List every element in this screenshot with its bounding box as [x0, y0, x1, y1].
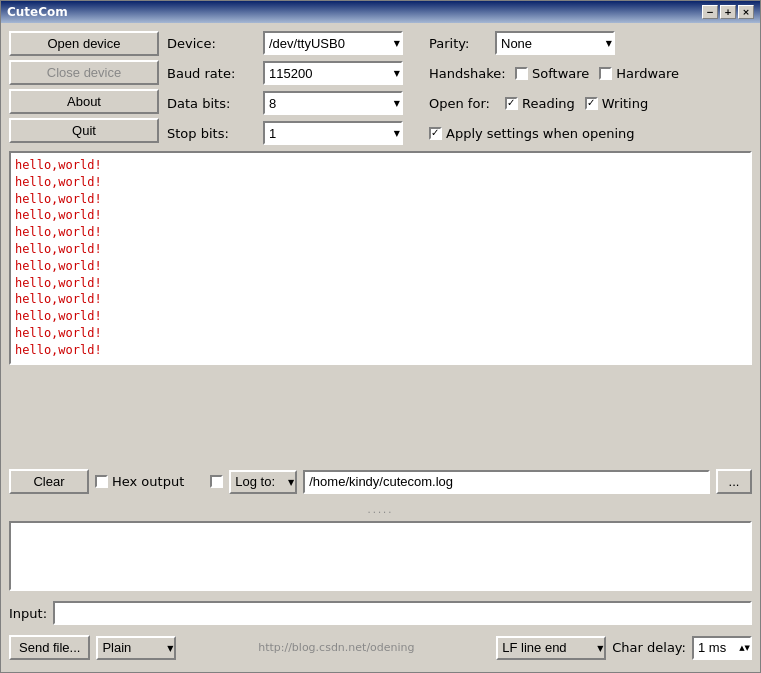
handshake-label: Handshake:: [429, 66, 509, 81]
input-row: Input:: [9, 601, 752, 625]
lf-select-wrapper: LF line end: [496, 636, 606, 660]
device-row: Device: /dev/ttyUSB0 Parity: None: [167, 31, 752, 55]
log-select-wrapper: Log to:: [229, 470, 297, 494]
baud-rate-select-wrapper: 115200: [263, 61, 403, 85]
parity-label: Parity:: [429, 36, 489, 51]
log-select[interactable]: Log to:: [229, 470, 297, 494]
close-button[interactable]: ×: [738, 5, 754, 19]
input-label: Input:: [9, 606, 47, 621]
about-button[interactable]: About: [9, 89, 159, 114]
device-select[interactable]: /dev/ttyUSB0: [263, 31, 403, 55]
stop-bits-select-wrapper: 1: [263, 121, 403, 145]
left-buttons: Open device Close device About Quit: [9, 31, 159, 145]
output-line: hello,world!: [15, 342, 746, 359]
reading-checkbox-label[interactable]: Reading: [505, 96, 575, 111]
char-delay-label: Char delay:: [612, 640, 686, 655]
software-checkbox-label[interactable]: Software: [515, 66, 589, 81]
dotted-divider: .....: [9, 504, 752, 515]
device-select-wrapper: /dev/ttyUSB0: [263, 31, 403, 55]
input-area[interactable]: [9, 521, 752, 591]
stop-bits-row: Stop bits: 1 Apply settings when opening: [167, 121, 752, 145]
hex-output-text: Hex output: [112, 474, 184, 489]
output-line: hello,world!: [15, 275, 746, 292]
command-input[interactable]: [53, 601, 752, 625]
software-label: Software: [532, 66, 589, 81]
close-device-button[interactable]: Close device: [9, 60, 159, 85]
bottom-bar: Clear Hex output Log to: ...: [9, 465, 752, 498]
output-line: hello,world!: [15, 258, 746, 275]
log-path-input[interactable]: [303, 470, 710, 494]
clear-button[interactable]: Clear: [9, 469, 89, 494]
output-line: hello,world!: [15, 241, 746, 258]
top-section: Open device Close device About Quit Devi…: [9, 31, 752, 145]
output-line: hello,world!: [15, 325, 746, 342]
device-label: Device:: [167, 36, 257, 51]
writing-label: Writing: [602, 96, 648, 111]
data-bits-row: Data bits: 8 Open for: Reading Wri: [167, 91, 752, 115]
apply-settings-label: Apply settings when opening: [446, 126, 635, 141]
stop-bits-label: Stop bits:: [167, 126, 257, 141]
form-section: Device: /dev/ttyUSB0 Parity: None: [167, 31, 752, 145]
baud-rate-select[interactable]: 115200: [263, 61, 403, 85]
stop-bits-select[interactable]: 1: [263, 121, 403, 145]
log-enable-checkbox[interactable]: [210, 475, 223, 488]
software-checkbox[interactable]: [515, 67, 528, 80]
plain-select[interactable]: Plain: [96, 636, 176, 660]
output-line: hello,world!: [15, 224, 746, 241]
apply-settings-checkbox[interactable]: [429, 127, 442, 140]
title-bar-buttons: − + ×: [702, 5, 754, 19]
main-content: Open device Close device About Quit Devi…: [1, 23, 760, 672]
open-device-button[interactable]: Open device: [9, 31, 159, 56]
browse-button[interactable]: ...: [716, 469, 752, 494]
baud-rate-label: Baud rate:: [167, 66, 257, 81]
output-text: hello,world!hello,world!hello,world!hell…: [15, 157, 746, 359]
open-for-label: Open for:: [429, 96, 499, 111]
footer-bar: Send file... Plain http://blog.csdn.net/…: [9, 631, 752, 664]
minimize-button[interactable]: −: [702, 5, 718, 19]
send-file-button[interactable]: Send file...: [9, 635, 90, 660]
plain-select-wrapper: Plain: [96, 636, 176, 660]
delay-select-wrapper: 1 ms: [692, 636, 752, 660]
reading-checkbox[interactable]: [505, 97, 518, 110]
quit-button[interactable]: Quit: [9, 118, 159, 143]
output-line: hello,world!: [15, 174, 746, 191]
output-line: hello,world!: [15, 157, 746, 174]
output-line: hello,world!: [15, 191, 746, 208]
maximize-button[interactable]: +: [720, 5, 736, 19]
hex-output-label[interactable]: Hex output: [95, 474, 184, 489]
writing-checkbox[interactable]: [585, 97, 598, 110]
lf-select[interactable]: LF line end: [496, 636, 606, 660]
window-title: CuteCom: [7, 5, 68, 19]
data-bits-label: Data bits:: [167, 96, 257, 111]
main-window: CuteCom − + × Open device Close device A…: [0, 0, 761, 673]
output-line: hello,world!: [15, 291, 746, 308]
delay-select[interactable]: 1 ms: [692, 636, 752, 660]
hex-output-checkbox[interactable]: [95, 475, 108, 488]
output-line: hello,world!: [15, 308, 746, 325]
data-bits-select-wrapper: 8: [263, 91, 403, 115]
output-area[interactable]: hello,world!hello,world!hello,world!hell…: [9, 151, 752, 365]
parity-select-wrapper: None: [495, 31, 615, 55]
hardware-checkbox-label[interactable]: Hardware: [599, 66, 679, 81]
parity-select[interactable]: None: [495, 31, 615, 55]
title-bar: CuteCom − + ×: [1, 1, 760, 23]
reading-label: Reading: [522, 96, 575, 111]
hardware-checkbox[interactable]: [599, 67, 612, 80]
output-wrapper: hello,world!hello,world!hello,world!hell…: [9, 151, 752, 459]
hardware-label: Hardware: [616, 66, 679, 81]
writing-checkbox-label[interactable]: Writing: [585, 96, 648, 111]
output-line: hello,world!: [15, 207, 746, 224]
watermark: http://blog.csdn.net/odening: [182, 641, 490, 654]
data-bits-select[interactable]: 8: [263, 91, 403, 115]
apply-row: Apply settings when opening: [429, 126, 635, 141]
baud-rate-row: Baud rate: 115200 Handshake: Software: [167, 61, 752, 85]
